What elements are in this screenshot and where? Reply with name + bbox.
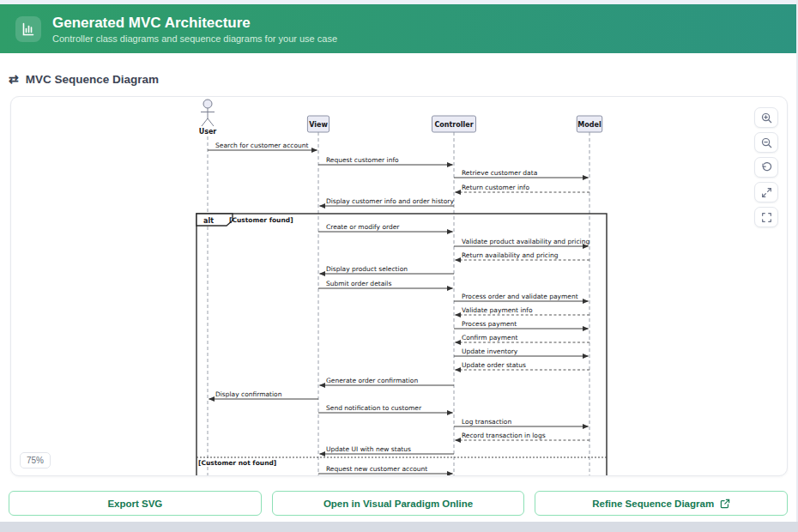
svg-text:Submit order details: Submit order details xyxy=(326,280,391,287)
sequence-diagram[interactable]: UserViewControllerModelalt[Customer foun… xyxy=(11,97,787,476)
refine-diagram-label: Refine Sequence Diagram xyxy=(592,499,714,509)
swap-arrows-icon: ⇄ xyxy=(9,72,19,86)
svg-text:Request customer info: Request customer info xyxy=(326,156,399,164)
fullscreen-icon xyxy=(761,212,772,223)
external-link-icon xyxy=(720,499,730,509)
zoom-in-icon xyxy=(761,112,772,124)
svg-text:Retrieve customer data: Retrieve customer data xyxy=(462,169,537,177)
fullscreen-button[interactable] xyxy=(754,207,778,227)
zoom-out-button[interactable] xyxy=(754,132,778,153)
svg-text:Controller: Controller xyxy=(434,121,473,129)
svg-text:[Customer not found]: [Customer not found] xyxy=(198,459,276,467)
svg-text:Request new customer account: Request new customer account xyxy=(326,465,427,473)
footer-actions: Export SVG Open in Visual Paradigm Onlin… xyxy=(9,491,788,516)
svg-text:Update order status: Update order status xyxy=(462,361,526,369)
page-header: Generated MVC Architecture Controller cl… xyxy=(0,4,796,53)
app-container: Generated MVC Architecture Controller cl… xyxy=(0,0,796,522)
svg-text:Update UI with new status: Update UI with new status xyxy=(326,445,411,453)
svg-text:View: View xyxy=(309,121,328,129)
zoom-level-badge: 75% xyxy=(20,452,51,469)
zoom-out-icon xyxy=(761,137,772,148)
refine-diagram-button[interactable]: Refine Sequence Diagram xyxy=(535,491,788,516)
zoom-in-button[interactable] xyxy=(754,107,778,128)
header-text: Generated MVC Architecture Controller cl… xyxy=(52,15,337,44)
reset-view-button[interactable] xyxy=(754,157,778,178)
expand-icon xyxy=(761,187,772,198)
svg-text:Send notification to customer: Send notification to customer xyxy=(326,404,422,412)
svg-text:[Customer found]: [Customer found] xyxy=(229,216,293,224)
open-visual-paradigm-label: Open in Visual Paradigm Online xyxy=(323,499,473,509)
svg-text:Validate payment info: Validate payment info xyxy=(462,306,533,314)
bar-chart-icon xyxy=(15,16,41,42)
page-subtitle: Controller class diagrams and sequence d… xyxy=(52,33,337,44)
svg-text:Display product selection: Display product selection xyxy=(326,265,408,273)
svg-text:User: User xyxy=(199,128,217,136)
svg-text:Create or modify order: Create or modify order xyxy=(326,223,400,231)
svg-text:Display confirmation: Display confirmation xyxy=(215,390,282,398)
svg-text:Log transaction: Log transaction xyxy=(462,418,511,426)
section-title-row: ⇄ MVC Sequence Diagram xyxy=(9,72,796,86)
diagram-controls xyxy=(754,107,778,227)
svg-text:Update inventory: Update inventory xyxy=(462,348,518,355)
reset-view-icon xyxy=(761,162,772,173)
svg-text:Return availability and pricin: Return availability and pricing xyxy=(462,251,559,259)
svg-text:Process payment: Process payment xyxy=(462,320,517,328)
page-title: Generated MVC Architecture xyxy=(52,15,337,32)
svg-text:Validate product availability: Validate product availability and pricin… xyxy=(462,238,589,245)
export-svg-label: Export SVG xyxy=(107,499,162,509)
svg-text:Confirm payment: Confirm payment xyxy=(462,334,517,342)
svg-text:Model: Model xyxy=(577,121,602,129)
svg-text:Process order and validate pay: Process order and validate payment xyxy=(462,293,578,300)
diagram-panel: UserViewControllerModelalt[Customer foun… xyxy=(10,96,788,476)
svg-text:Record transaction in logs: Record transaction in logs xyxy=(462,432,546,439)
section-title: MVC Sequence Diagram xyxy=(26,73,159,86)
svg-text:Generate order confirmation: Generate order confirmation xyxy=(326,377,418,384)
svg-text:Return customer info: Return customer info xyxy=(462,184,529,191)
svg-text:Search for customer account: Search for customer account xyxy=(215,142,308,149)
svg-text:alt: alt xyxy=(203,217,214,225)
svg-text:Display customer info and orde: Display customer info and order history xyxy=(326,197,454,205)
open-visual-paradigm-button[interactable]: Open in Visual Paradigm Online xyxy=(272,491,525,516)
export-svg-button[interactable]: Export SVG xyxy=(9,491,262,516)
bottom-strip xyxy=(0,522,798,532)
expand-button[interactable] xyxy=(754,182,778,203)
